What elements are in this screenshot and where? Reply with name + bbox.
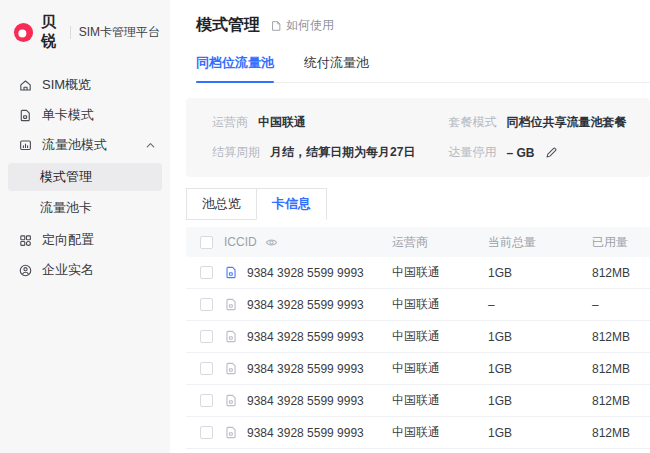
- cell-iccid: 9384 3928 5599 9993: [247, 266, 364, 280]
- sidebar: 贝锐 SIM卡管理平台 SIM概览 单卡模式 流量池模式: [0, 0, 170, 453]
- tab-unified-pay-pool[interactable]: 统付流量池: [304, 54, 369, 82]
- sim-file-icon: [224, 393, 239, 408]
- sidebar-item-pool-card[interactable]: 流量池卡: [8, 194, 162, 222]
- sidebar-subitem-label: 模式管理: [40, 168, 92, 186]
- sidebar-item-label: 企业实名: [42, 261, 94, 279]
- row-checkbox[interactable]: [200, 426, 213, 439]
- field-label: 结算周期: [212, 144, 260, 161]
- cell-carrier: 中国联通: [392, 296, 488, 313]
- brand-product: SIM卡管理平台: [79, 24, 160, 41]
- table-row: 9384 3928 5599 9993 中国联通 1GB 812MB: [186, 353, 650, 385]
- sidebar-item-label: 单卡模式: [42, 106, 94, 124]
- cell-total: 1GB: [488, 426, 592, 440]
- cell-carrier: 中国联通: [392, 424, 488, 441]
- sim-card-icon: [18, 108, 33, 123]
- table-row: 9384 3928 5599 9993 中国联通 1GB 812MB: [186, 257, 650, 289]
- chevron-up-icon: [145, 140, 156, 151]
- brand-logo[interactable]: 贝锐 SIM卡管理平台: [0, 0, 170, 61]
- edit-cutoff-button[interactable]: [545, 146, 558, 159]
- field-label: 套餐模式: [449, 114, 497, 131]
- cell-iccid: 9384 3928 5599 9993: [247, 362, 364, 376]
- subtab-card-info[interactable]: 卡信息: [256, 188, 327, 220]
- cell-iccid: 9384 3928 5599 9993: [247, 426, 364, 440]
- app-window: 贝锐 SIM卡管理平台 SIM概览 单卡模式 流量池模式: [0, 0, 650, 453]
- sidebar-item-directional-config[interactable]: 定向配置: [0, 225, 170, 255]
- cell-carrier: 中国联通: [392, 328, 488, 345]
- cell-total: 1GB: [488, 394, 592, 408]
- sidebar-item-label: 定向配置: [42, 231, 94, 249]
- field-value: 月结，结算日期为每月27日: [270, 144, 415, 161]
- sim-file-icon: [224, 361, 239, 376]
- page-title: 模式管理: [196, 15, 260, 36]
- cell-used: 812MB: [592, 266, 650, 280]
- column-header-total: 当前总量: [488, 234, 592, 251]
- table-header-row: ICCID 运营商 当前总量 已用量: [186, 227, 650, 257]
- column-header-used: 已用量: [592, 234, 650, 251]
- select-all-checkbox[interactable]: [200, 236, 213, 249]
- cell-total: –: [488, 298, 592, 312]
- sidebar-item-label: SIM概览: [42, 76, 91, 94]
- home-icon: [18, 78, 33, 93]
- sim-file-icon: [224, 265, 239, 280]
- sidebar-subitem-label: 流量池卡: [40, 199, 92, 217]
- cell-used: 812MB: [592, 362, 650, 376]
- table-row: 9384 3928 5599 9993 中国联通 1GB 812MB: [186, 417, 650, 449]
- sidebar-item-single-card-mode[interactable]: 单卡模式: [0, 100, 170, 130]
- detail-subtabs: 池总览 卡信息: [186, 188, 327, 220]
- cell-total: 1GB: [488, 362, 592, 376]
- help-link-label: 如何使用: [286, 17, 334, 34]
- row-checkbox[interactable]: [200, 362, 213, 375]
- subtab-pool-overview[interactable]: 池总览: [186, 188, 257, 220]
- field-billing-cycle: 结算周期 月结，结算日期为每月27日: [212, 144, 449, 161]
- user-circle-icon: [18, 263, 33, 278]
- sim-file-icon: [224, 329, 239, 344]
- document-icon: [270, 20, 282, 32]
- table-row: 9384 3928 5599 9993 中国联通 1GB 812MB: [186, 321, 650, 353]
- field-label: 运营商: [212, 114, 248, 131]
- field-plan-mode: 套餐模式 同档位共享流量池套餐: [449, 114, 650, 131]
- cell-total: 1GB: [488, 330, 592, 344]
- cell-carrier: 中国联通: [392, 360, 488, 377]
- sim-file-icon: [224, 425, 239, 440]
- sidebar-item-pool-mode[interactable]: 流量池模式: [0, 130, 170, 160]
- card-table: ICCID 运营商 当前总量 已用量 9384 3928 5599 9993: [186, 227, 650, 449]
- sidebar-item-enterprise-verification[interactable]: 企业实名: [0, 255, 170, 285]
- brand-logo-icon: [13, 22, 34, 43]
- cell-iccid: 9384 3928 5599 9993: [247, 330, 364, 344]
- table-row: 9384 3928 5599 9993 中国联通 – –: [186, 289, 650, 321]
- sidebar-item-mode-management[interactable]: 模式管理: [8, 163, 162, 191]
- sim-file-icon: [224, 297, 239, 312]
- cell-iccid: 9384 3928 5599 9993: [247, 394, 364, 408]
- row-checkbox[interactable]: [200, 330, 213, 343]
- field-value: – GB: [507, 146, 535, 160]
- row-checkbox[interactable]: [200, 298, 213, 311]
- column-header-iccid: ICCID: [224, 235, 257, 249]
- field-label: 达量停用: [449, 144, 497, 161]
- field-value: 中国联通: [258, 114, 306, 131]
- cell-used: 812MB: [592, 394, 650, 408]
- row-checkbox[interactable]: [200, 266, 213, 279]
- tab-same-tier-pool[interactable]: 同档位流量池: [196, 54, 274, 82]
- brand-divider: [70, 26, 71, 39]
- field-carrier: 运营商 中国联通: [212, 114, 449, 131]
- row-checkbox[interactable]: [200, 394, 213, 407]
- field-usage-cutoff: 达量停用 – GB: [449, 144, 650, 161]
- sidebar-item-sim-overview[interactable]: SIM概览: [0, 70, 170, 100]
- sidebar-nav: SIM概览 单卡模式 流量池模式 模式管理: [0, 70, 170, 285]
- traffic-pool-icon: [18, 138, 33, 153]
- sidebar-item-label: 流量池模式: [42, 136, 107, 154]
- table-row: 9384 3928 5599 9993 中国联通 1GB 812MB: [186, 385, 650, 417]
- cell-carrier: 中国联通: [392, 264, 488, 281]
- cell-used: 812MB: [592, 426, 650, 440]
- cell-carrier: 中国联通: [392, 392, 488, 409]
- main-content: 模式管理 如何使用 同档位流量池 统付流量池 运营商 中国联通 套餐模式 同档位…: [170, 0, 650, 453]
- pool-type-tabs: 同档位流量池 统付流量池: [196, 54, 650, 83]
- plan-info-panel: 运营商 中国联通 套餐模式 同档位共享流量池套餐 结算周期 月结，结算日期为每月…: [186, 98, 650, 177]
- help-link[interactable]: 如何使用: [270, 17, 334, 34]
- eye-icon[interactable]: [265, 236, 278, 249]
- field-value: 同档位共享流量池套餐: [507, 114, 627, 131]
- page-header: 模式管理 如何使用: [196, 15, 650, 36]
- cell-used: 812MB: [592, 330, 650, 344]
- column-header-carrier: 运营商: [392, 234, 488, 251]
- cell-used: –: [592, 298, 650, 312]
